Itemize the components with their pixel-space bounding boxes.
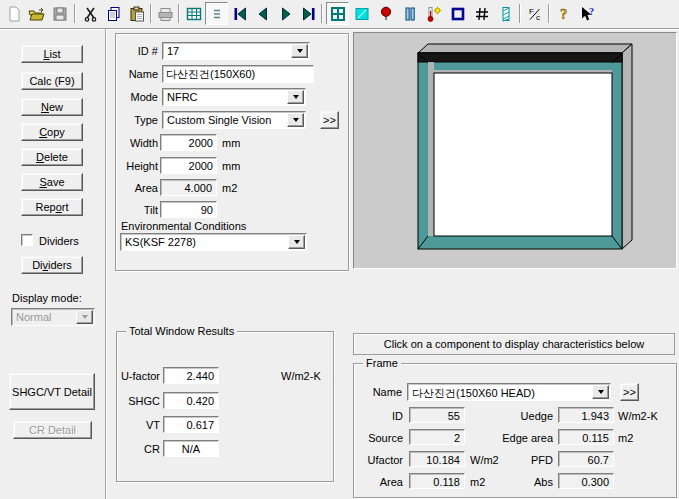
divider-library-icon [474, 6, 490, 22]
paste-clipboard-icon [129, 6, 145, 22]
name-label: Name [116, 68, 158, 80]
cr-field: N/A [163, 440, 219, 457]
frame-group-title: Frame [363, 357, 401, 369]
glass-library-button[interactable] [350, 2, 373, 25]
button-label: Di [32, 259, 42, 271]
u-factor-field: 2.440 [163, 367, 219, 384]
dividers-checkbox[interactable] [21, 234, 33, 246]
window-library-button[interactable] [326, 2, 349, 25]
button-label: Calc (F9) [29, 75, 74, 87]
component-banner-text: Click on a component to display characte… [384, 338, 644, 350]
window-list-button[interactable] [182, 2, 205, 25]
window-id-select[interactable]: 17 [162, 42, 310, 60]
cr-label: CR [118, 443, 160, 455]
glass-library-icon [354, 6, 370, 22]
frame-ufactor-value: 10.184 [426, 454, 460, 466]
window-drawing-area[interactable] [353, 32, 677, 269]
cut-button[interactable] [79, 2, 102, 25]
height-unit: mm [222, 160, 240, 172]
chevron-down-icon[interactable] [287, 113, 304, 127]
glazing-system-library-icon [402, 6, 418, 22]
glazing-system-library-button[interactable] [398, 2, 421, 25]
chevron-down-icon[interactable] [592, 385, 609, 399]
width-unit: mm [222, 137, 240, 149]
display-mode-value: Normal [16, 311, 76, 323]
chevron-down-icon[interactable] [291, 44, 308, 58]
list-view-icon [209, 6, 225, 22]
shading-library-button[interactable] [494, 2, 517, 25]
window-app-screen: F c ? ? List Calc (F9) New Copy Del [0, 0, 679, 499]
cr-detail-button[interactable]: CR Detail [13, 421, 92, 439]
height-label: Height [116, 160, 158, 172]
shgc-value: 0.420 [186, 395, 214, 407]
frame-abs-value: 0.300 [581, 476, 609, 488]
environmental-conditions-select[interactable]: KS(KSF 2278) [120, 233, 307, 251]
frame-ufactor-label: Ufactor [358, 454, 403, 466]
dividers-button[interactable]: Dividers [21, 256, 83, 274]
help-button[interactable]: ? [552, 2, 575, 25]
delete-button[interactable]: Delete [21, 148, 83, 166]
vt-field: 0.617 [163, 416, 219, 433]
new-button[interactable]: New [21, 98, 83, 116]
frame-area-unit: m2 [470, 476, 485, 488]
frame-library-button[interactable] [446, 2, 469, 25]
previous-record-button[interactable] [251, 2, 274, 25]
toolbar-separator [519, 4, 521, 23]
open-folder-icon [28, 6, 45, 22]
chevron-down-icon[interactable] [288, 235, 305, 249]
toolbar-separator [178, 4, 180, 23]
frame-edge-area-field: 0.115 [558, 429, 614, 445]
temperature-units-toggle-button[interactable]: F c [523, 2, 546, 25]
shgc-vt-detail-button[interactable]: SHGC/VT Detail [9, 373, 95, 410]
divider-library-button[interactable] [470, 2, 493, 25]
height-input[interactable] [160, 157, 217, 174]
copy-button[interactable] [102, 2, 125, 25]
frame-more-button[interactable]: >> [620, 383, 639, 401]
detail-view-button[interactable] [205, 2, 228, 25]
next-record-button[interactable] [274, 2, 297, 25]
type-select[interactable]: Custom Single Vision [162, 111, 306, 129]
component-banner: Click on a component to display characte… [353, 333, 675, 355]
environmental-conditions-library-button[interactable] [422, 2, 445, 25]
display-mode-select[interactable]: Normal [11, 308, 95, 326]
calc-button[interactable]: Calc (F9) [21, 72, 83, 90]
chevron-down-icon[interactable] [287, 90, 304, 104]
report-button[interactable]: Report [21, 198, 83, 216]
svg-text:?: ? [560, 6, 568, 22]
frame-uedge-label: Uedge [498, 410, 553, 422]
vt-label: VT [118, 419, 160, 431]
frame-uedge-value: 1.943 [581, 410, 609, 422]
save-button-toolbar[interactable] [48, 2, 71, 25]
last-record-icon [301, 6, 317, 22]
width-input[interactable] [160, 134, 217, 151]
frame-area-label: Area [358, 476, 403, 488]
context-help-button[interactable]: ? [576, 2, 599, 25]
print-button[interactable] [154, 2, 177, 25]
new-file-button[interactable] [2, 2, 25, 25]
window-name-input[interactable] [162, 65, 314, 83]
frame-name-select[interactable]: 다산진건(150X60 HEAD) [407, 383, 611, 401]
table-grid-icon [186, 6, 202, 22]
context-help-icon: ? [580, 6, 596, 22]
toolbar-separator [548, 4, 550, 23]
gas-library-icon [378, 6, 394, 22]
list-button[interactable]: List [21, 45, 83, 63]
frame-abs-label: Abs [498, 476, 553, 488]
mode-select[interactable]: NFRC [162, 88, 306, 106]
first-record-button[interactable] [228, 2, 251, 25]
save-record-button[interactable]: Save [21, 173, 83, 191]
chevron-down-icon[interactable] [76, 310, 93, 324]
gas-library-button[interactable] [374, 2, 397, 25]
copy-record-button[interactable]: Copy [21, 123, 83, 141]
paste-button[interactable] [125, 2, 148, 25]
frame-id-field: 55 [409, 407, 465, 423]
svg-text:?: ? [589, 6, 594, 17]
last-record-button[interactable] [297, 2, 320, 25]
type-label: Type [116, 114, 158, 126]
scissors-icon [83, 6, 99, 22]
fahrenheit-celsius-icon: F c [527, 6, 543, 22]
area-unit: m2 [222, 182, 237, 194]
tilt-input[interactable] [160, 201, 217, 218]
type-more-button[interactable]: >> [320, 111, 339, 129]
open-file-button[interactable] [25, 2, 48, 25]
